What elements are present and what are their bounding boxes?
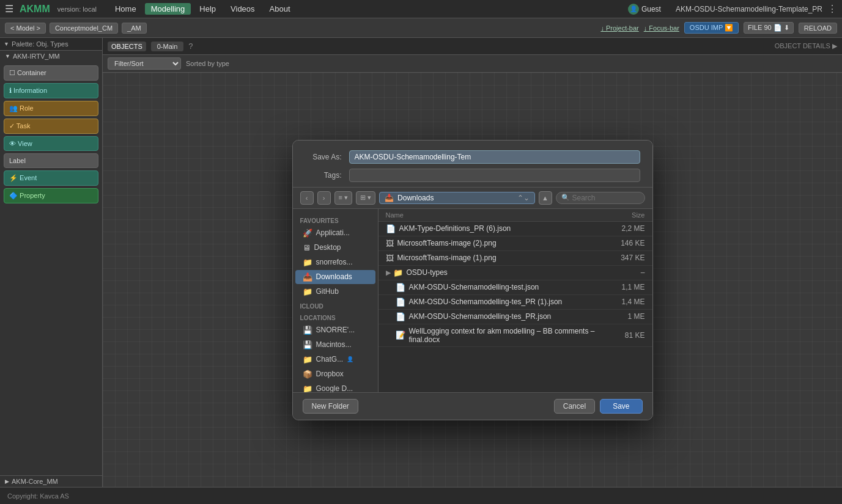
icloud-section-title: iCloud	[293, 299, 378, 311]
bottom-tree: ▶ AKM-Core_MM	[0, 475, 102, 487]
file-name-0: AKM-Type-Definitions_PR (6).json	[399, 224, 596, 233]
save-as-input[interactable]	[349, 150, 640, 164]
file-size-7: 81 KE	[596, 331, 645, 340]
sidebar-item-snorre[interactable]: 💾 SNORRE'...	[295, 323, 375, 337]
sidebar-item-github[interactable]: 📁 GitHub	[295, 285, 375, 299]
filter-sort-select[interactable]: Filter/Sort	[108, 57, 181, 70]
snorre-icon: 💾	[303, 326, 312, 335]
sidebar-item-google-drive[interactable]: 📁 Google D...	[295, 382, 375, 392]
file-size-2: 347 KE	[596, 254, 645, 262]
user-icon: 👤	[628, 4, 639, 15]
tab-main-btn[interactable]: 0-Main	[151, 42, 184, 51]
file-size-0: 2,2 ME	[596, 224, 645, 233]
sidebar-item-macintosh[interactable]: 💾 Macintos...	[295, 338, 375, 352]
nav-back-button[interactable]: ‹	[300, 191, 314, 205]
save-dialog: Save As: Tags: ‹ › ≡ ▾ ⊞ ▾	[292, 140, 653, 420]
app-version: version: local	[57, 5, 97, 13]
sidebar-item-desktop[interactable]: 🖥 Desktop	[295, 241, 375, 255]
downloads-label: Downloads	[316, 272, 352, 281]
role-btn[interactable]: 👥 Role	[4, 101, 98, 116]
sidebar-item-downloads[interactable]: 📥 Downloads	[295, 270, 375, 284]
tags-input[interactable]	[349, 169, 640, 182]
model-button[interactable]: < Model >	[5, 23, 46, 34]
main-layout: ▼ Palette: Obj. Types ▼ AKM-IRTV_MM ☐ Co…	[0, 38, 842, 487]
search-icon: 🔍	[561, 194, 570, 202]
file-row[interactable]: 📄 AKM-OSDU-Schemamodelling-tes_PR (1).js…	[379, 295, 652, 310]
save-button[interactable]: Save	[600, 399, 642, 414]
container-btn[interactable]: ☐ Container	[4, 65, 98, 81]
new-folder-button[interactable]: New Folder	[303, 399, 358, 414]
file-row[interactable]: 📄 AKM-OSDU-Schemamodelling-tes_PR.json 1…	[379, 310, 652, 324]
property-btn[interactable]: 🔷 Property	[4, 188, 98, 203]
file-size-3: –	[596, 268, 645, 277]
sidebar-item-chatg[interactable]: 📁 ChatG... 👤	[295, 352, 375, 367]
file-row[interactable]: 📄 AKM-OSDU-Schemamodelling-test.json 1,1…	[379, 280, 652, 295]
event-btn[interactable]: ⚡ Event	[4, 170, 98, 186]
folder-expand-icon: ▶	[386, 269, 391, 277]
tab-am[interactable]: _AM	[122, 23, 147, 34]
file-row[interactable]: 📝 WellLogging context for akm modelling …	[379, 324, 652, 347]
save-as-label: Save As:	[305, 153, 342, 161]
file-icon-5: 📄	[396, 298, 405, 307]
menu-modelling[interactable]: Modelling	[145, 3, 191, 15]
desktop-label: Desktop	[314, 243, 341, 252]
tree-root[interactable]: ▼ AKM-IRTV_MM	[0, 51, 102, 62]
dialog-nav: ‹ › ≡ ▾ ⊞ ▾ 📥 Downloads ⌃⌄ ▲ 🔍	[293, 188, 652, 209]
project-bar-btn[interactable]: ↓ Project-bar	[600, 24, 638, 32]
objects-btn[interactable]: OBJECTS	[108, 42, 146, 51]
file-row[interactable]: 🖼 MicrosoftTeams-image (1).png 347 KE	[379, 251, 652, 266]
sidebar-item-dropbox[interactable]: 📦 Dropbox	[295, 367, 375, 381]
cancel-button[interactable]: Cancel	[554, 399, 595, 414]
file-button[interactable]: FILE 90 📄 ⬇	[744, 22, 794, 34]
help-icon[interactable]: ?	[188, 42, 193, 51]
more-options-icon[interactable]: ⋮	[827, 3, 837, 15]
tab-conceptmodel[interactable]: Conceptmodel_CM	[50, 23, 118, 34]
task-btn[interactable]: ✓ Task	[4, 119, 98, 134]
grid-view-button[interactable]: ⊞ ▾	[356, 191, 375, 205]
tree-akm-core[interactable]: ▶ AKM-Core_MM	[0, 476, 102, 487]
label-btn[interactable]: Label	[4, 153, 98, 168]
tags-field: Tags:	[305, 169, 640, 182]
dialog-footer-right: Cancel Save	[554, 399, 643, 414]
sidebar-item-snorrefos[interactable]: 📁 snorrefos...	[295, 255, 375, 269]
focus-bar-btn[interactable]: ↓ Focus-bar	[644, 24, 679, 32]
applications-label: Applicati...	[316, 228, 350, 237]
osdu-imp-button[interactable]: OSDU IMP 🔽	[684, 22, 739, 34]
user-button[interactable]: 👤 Guest	[628, 4, 661, 15]
sorted-by-text: Sorted by type	[186, 60, 229, 67]
sidebar-item-applications[interactable]: 🚀 Applicati...	[295, 226, 375, 240]
information-btn[interactable]: ℹ Information	[4, 83, 98, 98]
file-name-7: WellLogging context for akm modelling – …	[409, 327, 596, 344]
menu-help[interactable]: Help	[193, 3, 222, 15]
palette-header: ▼ Palette: Obj. Types	[0, 38, 102, 51]
reload-button[interactable]: RELOAD	[799, 23, 837, 34]
tags-label: Tags:	[305, 171, 342, 180]
menu-bar: ☰ AKMM version: local Home Modelling Hel…	[0, 0, 842, 18]
menu-videos[interactable]: Videos	[224, 3, 261, 15]
chatg-badge-icon: 👤	[347, 356, 353, 362]
dropbox-label: Dropbox	[316, 370, 344, 378]
snorrefos-label: snorrefos...	[316, 258, 353, 266]
file-row[interactable]: 🖼 MicrosoftTeams-image (2).png 146 KE	[379, 236, 652, 251]
col-name-header: Name	[386, 211, 596, 219]
hamburger-icon[interactable]: ☰	[5, 3, 13, 15]
expand-button[interactable]: ▲	[539, 191, 552, 205]
menu-home[interactable]: Home	[109, 3, 142, 15]
file-name-2: MicrosoftTeams-image (1).png	[397, 254, 596, 262]
app-title: AKMM	[20, 4, 50, 15]
view-btn[interactable]: 👁 View	[4, 136, 98, 151]
location-dropdown[interactable]: 📥 Downloads ⌃⌄	[379, 192, 534, 204]
file-row[interactable]: 📄 AKM-Type-Definitions_PR (6).json 2,2 M…	[379, 222, 652, 236]
file-name-5: AKM-OSDU-Schemamodelling-tes_PR (1).json	[409, 298, 596, 306]
canvas-area: Save As: Tags: ‹ › ≡ ▾ ⊞ ▾	[103, 73, 842, 487]
nav-forward-button[interactable]: ›	[317, 191, 331, 205]
google-drive-label: Google D...	[316, 384, 353, 392]
palette-title: Palette: Obj. Types	[12, 40, 68, 48]
search-input[interactable]	[572, 194, 640, 202]
file-row[interactable]: ▶ 📁 OSDU-types –	[379, 266, 652, 280]
file-icon-0: 📄	[386, 224, 396, 233]
filelist-header: Name Size	[379, 209, 652, 222]
menu-about[interactable]: About	[264, 3, 297, 15]
list-view-button[interactable]: ≡ ▾	[334, 191, 352, 205]
file-name-3: OSDU-types	[407, 268, 596, 277]
